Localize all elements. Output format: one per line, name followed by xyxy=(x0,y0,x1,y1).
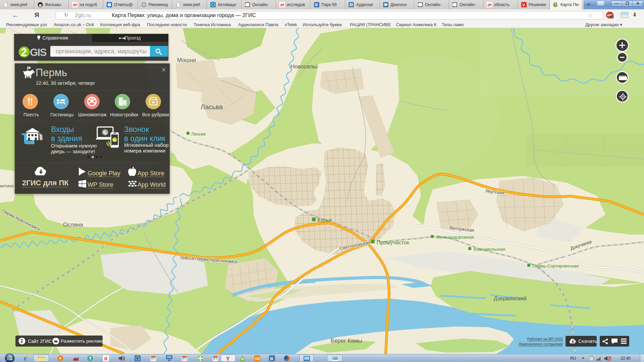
svg-text:Ласьва: Ласьва xyxy=(191,131,206,136)
svg-text:GIS: GIS xyxy=(30,47,47,58)
svg-text:2: 2 xyxy=(21,46,27,58)
svg-text:A: A xyxy=(241,357,244,361)
svg-text:В: В xyxy=(270,357,273,361)
svg-text:Я: Я xyxy=(280,3,283,7)
svg-text:Мошни: Мошни xyxy=(177,57,196,63)
svg-text:Комсомольская: Комсомольская xyxy=(474,247,505,252)
svg-text:Я: Я xyxy=(104,356,107,361)
svg-text:Дзержинский: Дзержинский xyxy=(494,296,527,301)
svg-text:Железнодорожная: Железнодорожная xyxy=(436,235,474,240)
svg-text:Пермь-Сортировочная: Пермь-Сортировочная xyxy=(533,263,579,268)
svg-text:?: ? xyxy=(108,3,110,6)
svg-text:Курья: Курья xyxy=(317,217,332,223)
svg-text:Я: Я xyxy=(487,3,490,7)
svg-text:OK: OK xyxy=(255,357,261,361)
svg-text:Берег Камы: Берег Камы xyxy=(331,338,362,344)
svg-text:V: V xyxy=(522,3,525,7)
svg-text:2: 2 xyxy=(611,16,613,19)
svg-text:Промучасток: Промучасток xyxy=(377,240,410,245)
svg-text:Осляна: Осляна xyxy=(63,222,83,228)
svg-text:В: В xyxy=(315,3,318,7)
svg-text:Я: Я xyxy=(73,3,76,7)
svg-text:китино: китино xyxy=(0,183,14,188)
svg-text:2: 2 xyxy=(555,2,557,6)
svg-text:e: e xyxy=(24,355,27,362)
svg-text:Новоселы: Новоселы xyxy=(290,63,317,70)
svg-text:Y: Y xyxy=(226,356,230,362)
svg-text:2: 2 xyxy=(20,339,23,344)
svg-text:Ласьва: Ласьва xyxy=(201,103,223,111)
